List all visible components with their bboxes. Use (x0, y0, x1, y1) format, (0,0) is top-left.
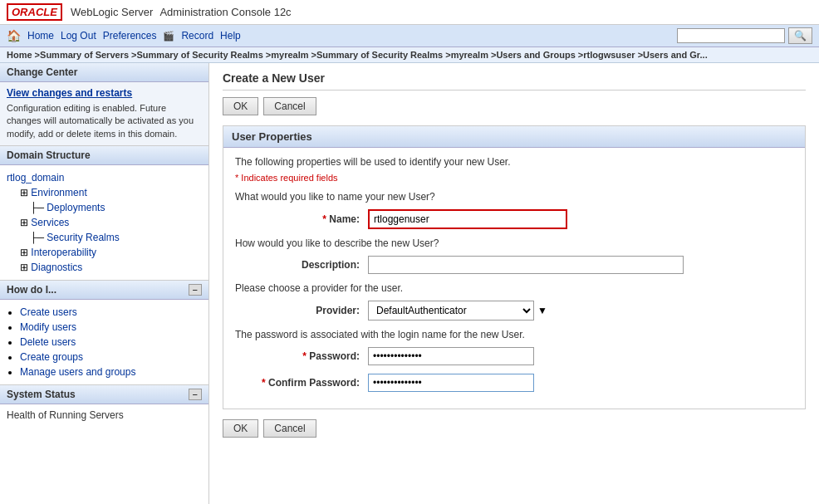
description-row: Description: (235, 256, 793, 274)
list-item-manage-users-groups: Manage users and groups (20, 365, 202, 379)
search-bar: 🔍 (677, 27, 812, 44)
view-changes-link[interactable]: View changes and restarts (7, 87, 202, 99)
top-cancel-button[interactable]: Cancel (263, 97, 316, 115)
list-item-create-users: Create users (20, 305, 202, 320)
provider-label: Provider: (235, 305, 368, 316)
search-button[interactable]: 🔍 (788, 27, 812, 44)
plus-icon-diagnostics: ⊞ (20, 262, 28, 273)
how-do-i-label: How do I... (7, 284, 56, 296)
password-note: The password is associated with the logi… (235, 329, 793, 340)
tree-item-security-realms: ├─ Security Realms (7, 230, 202, 245)
modify-users-link[interactable]: Modify users (20, 321, 76, 333)
preferences-link[interactable]: Preferences (103, 30, 157, 42)
breadcrumb: Home >Summary of Servers >Summary of Sec… (0, 47, 819, 63)
main-layout: Change Center View changes and restarts … (0, 63, 819, 504)
home-link[interactable]: Home (27, 30, 54, 42)
tree-item-deployments: ├─ Deployments (7, 200, 202, 215)
plus-icon-environment: ⊞ (20, 187, 28, 198)
change-center-description: Configuration editing is enabled. Future… (7, 102, 202, 140)
description-label: Description: (235, 259, 368, 271)
provider-dropdown-icon: ▼ (537, 305, 547, 316)
confirm-required-star: * (262, 377, 266, 389)
password-required-star: * (302, 350, 307, 362)
how-do-i-title: How do I... − (0, 281, 208, 300)
required-note: * Indicates required fields (235, 173, 793, 183)
top-button-row: OK Cancel (223, 97, 806, 115)
password-label: * Password: (235, 350, 368, 362)
nav-bar: 🏠 Home Log Out Preferences 🎬 Record Help… (0, 25, 819, 47)
password-row: * Password: (235, 347, 793, 365)
tree-link-security-realms[interactable]: Security Realms (47, 232, 119, 243)
bottom-button-row: OK Cancel (223, 419, 806, 438)
domain-structure-body: rtlog_domain ⊞ Environment ├─ Deployment… (0, 165, 208, 280)
system-status-label: System Status (7, 389, 76, 400)
tree-link-rtlog-domain[interactable]: rtlog_domain (7, 172, 64, 183)
help-link[interactable]: Help (220, 30, 241, 42)
system-status-section: System Status − Health of Running Server… (0, 385, 208, 426)
list-item-modify-users: Modify users (20, 320, 202, 335)
how-do-i-body: Create users Modify users Delete users C… (0, 300, 208, 384)
bottom-ok-button[interactable]: OK (223, 419, 258, 438)
plus-icon-interop: ⊞ (20, 247, 28, 258)
system-status-body: Health of Running Servers (0, 404, 208, 426)
confirm-password-input[interactable] (368, 374, 534, 392)
user-properties-title: User Properties (223, 126, 805, 148)
logout-link[interactable]: Log Out (61, 30, 96, 42)
domain-structure-title: Domain Structure (0, 146, 208, 165)
change-center-title: Change Center (0, 63, 208, 82)
tree-item-diagnostics: ⊞ Diagnostics (7, 260, 202, 275)
header: ORACLE WebLogic Server Administration Co… (0, 0, 819, 25)
user-properties-body: The following properties will be used to… (223, 148, 805, 409)
change-center-body: View changes and restarts Configuration … (0, 82, 208, 145)
tree-link-interoperability[interactable]: Interoperability (31, 247, 96, 258)
search-input[interactable] (677, 28, 785, 43)
home-icon: 🏠 (7, 29, 21, 42)
manage-users-groups-link[interactable]: Manage users and groups (20, 366, 135, 378)
tree-dash-deployments: ├─ (30, 202, 44, 213)
console-label: Administration Console 12c (159, 6, 291, 18)
create-users-link[interactable]: Create users (20, 306, 77, 318)
password-input[interactable] (368, 347, 534, 365)
tree-item-services: ⊞ Services (7, 215, 202, 230)
tree-item-rtlog-domain: rtlog_domain (7, 170, 202, 185)
name-label: * Name: (235, 213, 368, 225)
name-row: * Name: (235, 209, 793, 229)
provider-select[interactable]: DefaultAuthenticator (368, 301, 534, 321)
top-ok-button[interactable]: OK (223, 97, 258, 115)
change-center-section: Change Center View changes and restarts … (0, 63, 208, 146)
health-running-servers: Health of Running Servers (7, 409, 202, 421)
plus-icon-services: ⊞ (20, 217, 28, 228)
record-link[interactable]: Record (181, 30, 213, 42)
name-required-star: * (322, 213, 326, 225)
how-do-i-list: Create users Modify users Delete users C… (7, 305, 202, 379)
system-status-title: System Status − (0, 385, 208, 404)
list-item-delete-users: Delete users (20, 335, 202, 350)
tree-link-diagnostics[interactable]: Diagnostics (31, 262, 82, 273)
user-properties-section: User Properties The following properties… (223, 125, 806, 409)
provider-question: Please choose a provider for the user. (235, 282, 793, 294)
description-input[interactable] (368, 256, 684, 274)
breadcrumb-text: Home >Summary of Servers >Summary of Sec… (7, 50, 708, 60)
create-groups-link[interactable]: Create groups (20, 351, 83, 363)
description-question: How would you like to describe the new U… (235, 237, 793, 249)
confirm-password-row: * Confirm Password: (235, 374, 793, 392)
content-area: Create a New User OK Cancel User Propert… (209, 63, 819, 504)
confirm-password-label: * Confirm Password: (235, 377, 368, 389)
domain-structure-section: Domain Structure rtlog_domain ⊞ Environm… (0, 146, 208, 281)
tree-link-services[interactable]: Services (31, 217, 69, 228)
tree-link-deployments[interactable]: Deployments (47, 202, 105, 213)
section-description: The following properties will be used to… (235, 156, 793, 168)
page-title: Create a New User (223, 71, 806, 91)
name-input[interactable] (368, 209, 567, 229)
how-do-i-collapse-button[interactable]: − (189, 284, 202, 296)
system-status-collapse-button[interactable]: − (189, 389, 202, 400)
tree-item-environment: ⊞ Environment (7, 185, 202, 200)
tree-item-interoperability: ⊞ Interoperability (7, 245, 202, 260)
name-question: What would you like to name your new Use… (235, 191, 793, 203)
bottom-cancel-button[interactable]: Cancel (263, 419, 316, 438)
tree-link-environment[interactable]: Environment (31, 187, 86, 198)
oracle-text: ORACLE (12, 6, 57, 18)
delete-users-link[interactable]: Delete users (20, 336, 76, 348)
provider-row: Provider: DefaultAuthenticator ▼ (235, 301, 793, 321)
wls-label: WebLogic Server (71, 6, 153, 18)
